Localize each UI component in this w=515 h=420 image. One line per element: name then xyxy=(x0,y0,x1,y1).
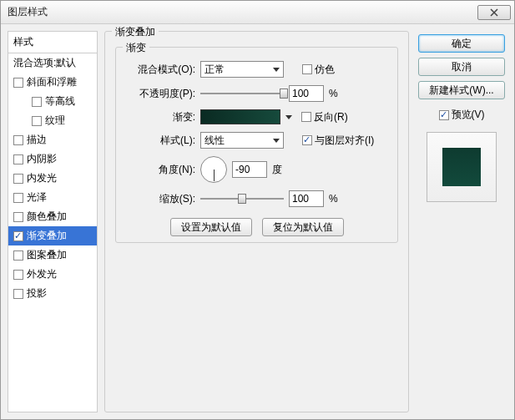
gradient-overlay-group: 渐变叠加 渐变 混合模式(O): 正常 仿色 xyxy=(104,31,409,412)
checkbox-icon xyxy=(13,212,23,222)
reverse-check-icon xyxy=(301,112,311,122)
style-item-5[interactable]: 内发光 xyxy=(8,169,97,188)
blending-options-item[interactable]: 混合选项:默认 xyxy=(8,53,97,73)
preview-check-icon xyxy=(439,110,449,120)
blend-mode-select[interactable]: 正常 xyxy=(200,61,284,78)
preview-swatch xyxy=(442,148,481,186)
style-item-label: 描边 xyxy=(27,133,47,147)
checkbox-icon xyxy=(13,250,23,261)
window-title: 图层样式 xyxy=(8,5,477,19)
close-icon xyxy=(490,8,498,17)
align-check-icon xyxy=(302,135,312,145)
percent-unit-2: % xyxy=(329,193,338,205)
style-item-6[interactable]: 光泽 xyxy=(8,188,97,207)
preview-box xyxy=(427,132,497,202)
cancel-button[interactable]: 取消 xyxy=(418,58,505,76)
preview-checkbox[interactable]: 预览(V) xyxy=(439,108,485,122)
style-item-label: 投影 xyxy=(27,286,47,301)
scale-label: 缩放(S): xyxy=(124,192,195,206)
style-item-label: 等高线 xyxy=(45,94,75,109)
checkbox-icon xyxy=(13,270,23,280)
scale-input[interactable] xyxy=(289,190,324,207)
degree-unit: 度 xyxy=(272,163,282,177)
styles-header: 样式 xyxy=(8,32,97,53)
checkbox-icon xyxy=(13,135,23,145)
style-item-label: 外发光 xyxy=(27,267,57,281)
percent-unit: % xyxy=(329,88,338,99)
style-item-3[interactable]: 描边 xyxy=(8,130,97,149)
style-item-4[interactable]: 内阴影 xyxy=(8,149,97,169)
style-item-label: 渐变叠加 xyxy=(27,229,67,243)
set-default-button[interactable]: 设置为默认值 xyxy=(170,218,252,236)
dither-checkbox[interactable]: 仿色 xyxy=(302,63,335,77)
action-panel: 确定 取消 新建样式(W)... 预览(V) xyxy=(416,31,507,412)
scale-slider[interactable] xyxy=(200,192,284,205)
checkbox-icon xyxy=(13,78,23,88)
style-item-1[interactable]: 等高线 xyxy=(8,92,97,111)
blend-mode-label: 混合模式(O): xyxy=(124,63,195,77)
opacity-input[interactable] xyxy=(289,85,324,102)
close-button[interactable] xyxy=(477,5,511,20)
style-item-label: 光泽 xyxy=(27,190,47,205)
style-item-label: 内阴影 xyxy=(27,152,57,166)
angle-input[interactable] xyxy=(232,161,267,178)
reverse-checkbox[interactable]: 反向(R) xyxy=(301,110,348,124)
new-style-button[interactable]: 新建样式(W)... xyxy=(418,81,505,99)
angle-label: 角度(N): xyxy=(124,163,195,177)
style-item-2[interactable]: 纹理 xyxy=(8,111,97,130)
gradient-picker[interactable] xyxy=(200,109,280,124)
style-item-7[interactable]: 颜色叠加 xyxy=(8,207,97,226)
style-label: 样式(L): xyxy=(124,134,195,148)
style-item-label: 颜色叠加 xyxy=(27,210,67,224)
group-title: 渐变叠加 xyxy=(112,25,159,39)
opacity-slider[interactable] xyxy=(200,87,284,100)
style-item-10[interactable]: 外发光 xyxy=(8,265,97,284)
checkbox-icon xyxy=(13,154,23,164)
titlebar: 图层样式 xyxy=(1,1,514,24)
style-item-8[interactable]: 渐变叠加 xyxy=(8,226,97,245)
gradient-label: 渐变: xyxy=(124,110,195,124)
style-select[interactable]: 线性 xyxy=(200,132,284,149)
angle-dial[interactable] xyxy=(200,156,227,183)
styles-list-panel: 样式 混合选项:默认 斜面和浮雕等高线纹理描边内阴影内发光光泽颜色叠加渐变叠加图… xyxy=(8,31,98,412)
style-item-0[interactable]: 斜面和浮雕 xyxy=(8,73,97,92)
checkbox-icon xyxy=(13,231,23,241)
style-item-label: 纹理 xyxy=(45,114,65,128)
checkbox-icon xyxy=(13,174,23,184)
opacity-label: 不透明度(P): xyxy=(124,87,195,101)
checkbox-icon xyxy=(32,116,42,126)
style-item-label: 斜面和浮雕 xyxy=(27,75,77,89)
style-item-label: 图案叠加 xyxy=(27,248,67,262)
dither-check-icon xyxy=(302,64,312,74)
ok-button[interactable]: 确定 xyxy=(418,34,505,53)
align-checkbox[interactable]: 与图层对齐(I) xyxy=(302,134,374,148)
inner-group-title: 渐变 xyxy=(123,41,149,55)
reset-default-button[interactable]: 复位为默认值 xyxy=(262,218,344,236)
gradient-group: 渐变 混合模式(O): 正常 仿色 不透明度(P): xyxy=(115,47,398,243)
settings-panel: 渐变叠加 渐变 混合模式(O): 正常 仿色 xyxy=(104,31,409,412)
style-item-9[interactable]: 图案叠加 xyxy=(8,245,97,265)
style-item-11[interactable]: 投影 xyxy=(8,284,97,303)
style-item-label: 内发光 xyxy=(27,171,57,185)
checkbox-icon xyxy=(13,289,23,299)
checkbox-icon xyxy=(13,193,23,203)
checkbox-icon xyxy=(32,97,42,107)
